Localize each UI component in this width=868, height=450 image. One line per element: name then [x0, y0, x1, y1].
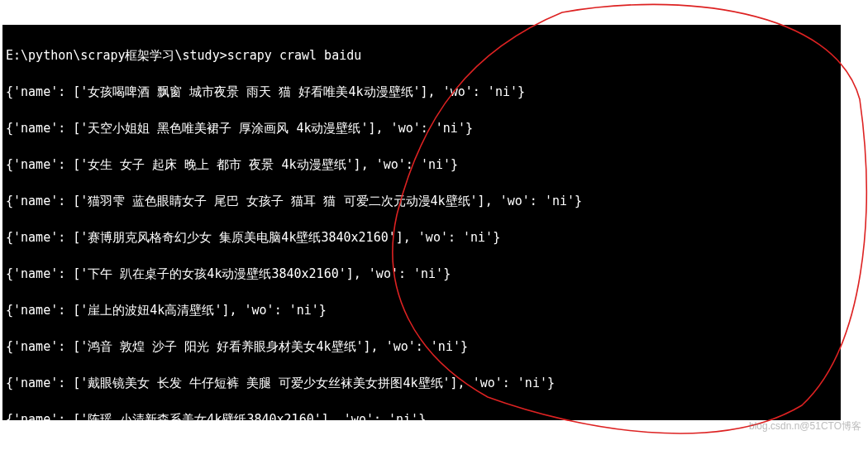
output-line: {'name': ['赛博朋克风格奇幻少女 集原美电脑4k壁纸3840x2160… — [6, 230, 500, 245]
output-line: {'name': ['天空小姐姐 黑色唯美裙子 厚涂画风 4k动漫壁纸'], '… — [6, 121, 473, 136]
output-line: {'name': ['猫羽雫 蓝色眼睛女子 尾巴 女孩子 猫耳 猫 可爱二次元动… — [6, 194, 582, 208]
watermark-text: blog.csdn.n@51CTO博客 — [749, 419, 861, 433]
output-line: {'name': ['崖上的波妞4k高清壁纸'], 'wo': 'ni'} — [6, 303, 327, 318]
output-line: {'name': ['女生 女子 起床 晚上 都市 夜景 4k动漫壁纸'], '… — [6, 157, 458, 172]
command-prompt-line: E:\python\scrapy框架学习\study>scrapy crawl … — [6, 48, 361, 63]
output-line: {'name': ['下午 趴在桌子的女孩4k动漫壁纸3840x2160'], … — [6, 266, 451, 281]
output-line: {'name': ['戴眼镜美女 长发 牛仔短裤 美腿 可爱少女丝袜美女拼图4k… — [6, 376, 555, 390]
output-line: {'name': ['鸿音 敦煌 沙子 阳光 好看养眼身材美女4k壁纸'], '… — [6, 339, 468, 354]
terminal-window[interactable]: E:\python\scrapy框架学习\study>scrapy crawl … — [2, 25, 841, 420]
output-line: {'name': ['女孩喝啤酒 飘窗 城市夜景 雨天 猫 好看唯美4k动漫壁纸… — [6, 84, 525, 99]
output-line: {'name': ['陈瑶 小清新森系美女4k壁纸3840x2160'], 'w… — [6, 412, 426, 420]
